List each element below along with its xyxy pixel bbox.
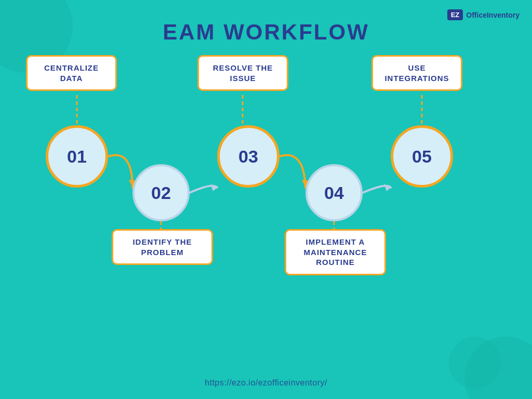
step-circle-2: 02: [132, 164, 190, 221]
svg-marker-6: [210, 184, 217, 191]
step-circle-5: 05: [391, 125, 453, 188]
step-circle-3: 03: [217, 125, 280, 188]
workflow-diagram: CENTRALIZE DATA 01 02 IDENTIFY THE PROBL…: [0, 50, 532, 346]
step-box-2: IDENTIFY THE PROBLEM: [112, 229, 213, 265]
logo-text: OfficeInventory: [466, 11, 520, 19]
step-box-1: CENTRALIZE DATA: [26, 55, 117, 91]
step-circle-1: 01: [46, 125, 108, 188]
logo: EZ OfficeInventory: [447, 9, 520, 20]
svg-marker-8: [384, 184, 391, 191]
workflow-svg: [0, 50, 532, 346]
step-box-4: IMPLEMENT A MAINTENANCE ROUTINE: [285, 229, 386, 275]
logo-badge: EZ: [447, 9, 463, 20]
page-title: EAM WORKFLOW: [0, 0, 532, 45]
step-box-3: RESOLVE THE ISSUE: [197, 55, 288, 91]
step-box-5: USE INTEGRATIONS: [371, 55, 462, 91]
step-circle-4: 04: [305, 164, 363, 221]
footer-url: https://ezo.io/ezofficeinventory/: [205, 378, 327, 388]
